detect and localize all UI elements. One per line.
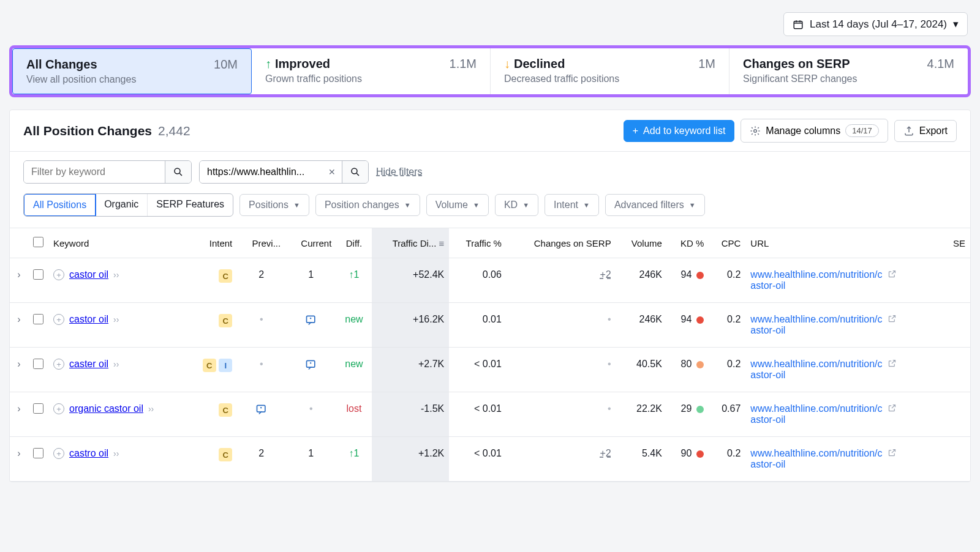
cpc-value: 0.2 (709, 348, 745, 392)
row-checkbox[interactable] (33, 359, 43, 369)
tab-serp-changes[interactable]: Changes on SERP 4.1M Significant SERP ch… (729, 48, 968, 94)
diff-value: new (345, 314, 363, 324)
summary-tabs: All Changes 10M View all position change… (9, 45, 971, 97)
url-search-button[interactable] (342, 161, 368, 183)
tab-serp-value: 4.1M (927, 57, 954, 71)
plus-circle-icon[interactable]: + (53, 269, 64, 280)
expand-row[interactable]: › (10, 348, 28, 392)
external-link-icon[interactable] (888, 270, 897, 280)
hide-filters-link[interactable]: Hide filters (376, 166, 423, 177)
select-all-checkbox[interactable] (33, 237, 43, 247)
url-clear-button[interactable]: ✕ (322, 161, 342, 183)
keyword-link[interactable]: caster oil (69, 359, 108, 370)
external-link-icon[interactable] (888, 449, 897, 459)
expand-row[interactable]: › (10, 392, 28, 437)
chip-kd[interactable]: KD▼ (495, 194, 538, 216)
url-link[interactable]: www.healthline.com/nutrition/castor-oil (750, 448, 885, 470)
col-traffic-diff[interactable]: Traffic Di... ≡ (372, 228, 450, 258)
export-icon (903, 125, 914, 136)
diff-value: new (345, 359, 363, 369)
col-kd[interactable]: KD % (667, 228, 709, 258)
export-button[interactable]: Export (894, 120, 957, 142)
traffic-pct-value: 0.06 (449, 258, 507, 303)
chip-position-changes[interactable]: Position changes▼ (315, 194, 420, 216)
keyword-link[interactable]: castor oil (69, 269, 108, 280)
url-link[interactable]: www.healthline.com/nutrition/castor-oil (750, 359, 885, 381)
chip-volume[interactable]: Volume▼ (426, 194, 489, 216)
url-filter-input[interactable] (200, 161, 322, 183)
expand-row[interactable]: › (10, 258, 28, 303)
col-previous[interactable]: Previ... (237, 228, 285, 258)
keyword-link[interactable]: organic castor oil (69, 403, 143, 414)
url-link[interactable]: www.healthline.com/nutrition/castor-oil (750, 314, 885, 336)
keyword-link[interactable]: castor oil (69, 314, 108, 325)
external-link-icon[interactable] (888, 404, 897, 414)
seg-organic[interactable]: Organic (96, 194, 148, 216)
plus-circle-icon[interactable]: + (53, 359, 64, 370)
row-checkbox[interactable] (33, 269, 43, 280)
intent-badge: C (219, 403, 232, 417)
row-checkbox[interactable] (33, 448, 43, 458)
expand-row[interactable]: › (10, 303, 28, 348)
chip-intent[interactable]: Intent▼ (545, 194, 599, 216)
col-cpc[interactable]: CPC (709, 228, 745, 258)
seg-all-positions[interactable]: All Positions (23, 193, 96, 217)
col-current[interactable]: Current (285, 228, 336, 258)
plus-circle-icon[interactable]: + (53, 403, 64, 414)
keyword-filter-input[interactable] (24, 161, 165, 183)
calendar-icon (793, 19, 804, 30)
volume-value: 246K (616, 303, 667, 348)
kd-value: 94 (667, 258, 709, 303)
url-link[interactable]: www.healthline.com/nutrition/castor-oil (750, 403, 885, 425)
row-checkbox[interactable] (33, 314, 43, 324)
tab-improved-value: 1.1M (450, 57, 477, 71)
traffic-diff-value: +52.4K (372, 258, 450, 303)
external-link-icon[interactable] (888, 359, 897, 370)
traffic-pct-value: < 0.01 (449, 392, 507, 437)
cpc-value: 0.67 (709, 392, 745, 437)
plus-circle-icon[interactable]: + (53, 314, 64, 325)
tab-improved[interactable]: ↑Improved 1.1M Grown traffic positions (252, 48, 491, 94)
results-panel: All Position Changes 2,442 + Add to keyw… (9, 110, 971, 482)
position-type-segment: All Positions Organic SERP Features (23, 193, 233, 217)
table-row: ›+organic castor oil ››C•lost-1.5K< 0.01… (10, 392, 970, 437)
cpc-value: 0.2 (709, 437, 745, 482)
col-url[interactable]: URL (745, 228, 942, 258)
keyword-link[interactable]: castro oil (69, 448, 108, 459)
tab-declined-title: Declined (514, 57, 565, 71)
traffic-pct-value: 0.01 (449, 303, 507, 348)
search-icon (350, 166, 361, 177)
tab-serp-title: Changes on SERP (743, 57, 850, 71)
volume-value: 40.5K (616, 348, 667, 392)
table-row: ›+castro oil ››C21↑1+1.2K< 0.01+25.4K900… (10, 437, 970, 482)
diff-value: lost (346, 403, 361, 414)
tab-improved-sub: Grown traffic positions (265, 73, 477, 84)
col-volume[interactable]: Volume (616, 228, 667, 258)
tab-declined[interactable]: ↓Declined 1M Decreased traffic positions (491, 48, 729, 94)
traffic-pct-value: < 0.01 (449, 348, 507, 392)
intent-badge: C (203, 359, 216, 372)
manage-columns-button[interactable]: Manage columns 14/17 (741, 119, 888, 143)
col-intent[interactable]: Intent (187, 228, 237, 258)
col-diff[interactable]: Diff. (336, 228, 371, 258)
date-range-picker[interactable]: Last 14 days (Jul 4–17, 2024) ▾ (783, 12, 968, 36)
kd-value: 29 (667, 392, 709, 437)
chevron-down-icon: ▼ (689, 201, 696, 209)
keyword-search-button[interactable] (165, 161, 191, 183)
col-se[interactable]: SE (943, 228, 970, 258)
row-checkbox[interactable] (33, 403, 43, 414)
col-serp-changes[interactable]: Changes on SERP (507, 228, 616, 258)
expand-row[interactable]: › (10, 437, 28, 482)
seg-serp-features[interactable]: SERP Features (148, 194, 233, 216)
external-link-icon[interactable] (888, 315, 897, 325)
chip-positions[interactable]: Positions▼ (239, 194, 309, 216)
chip-advanced-filters[interactable]: Advanced filters▼ (605, 194, 705, 216)
table-row: ›+caster oil ››C I•new+2.7K< 0.01•40.5K8… (10, 348, 970, 392)
add-to-keyword-list-button[interactable]: + Add to keyword list (624, 120, 735, 142)
plus-circle-icon[interactable]: + (53, 448, 64, 459)
tab-all-changes[interactable]: All Changes 10M View all position change… (12, 48, 252, 94)
col-keyword[interactable]: Keyword (48, 228, 187, 258)
url-link[interactable]: www.healthline.com/nutrition/castor-oil (750, 269, 885, 291)
diff-value: ↑1 (349, 269, 359, 280)
col-traffic-pct[interactable]: Traffic % (449, 228, 507, 258)
